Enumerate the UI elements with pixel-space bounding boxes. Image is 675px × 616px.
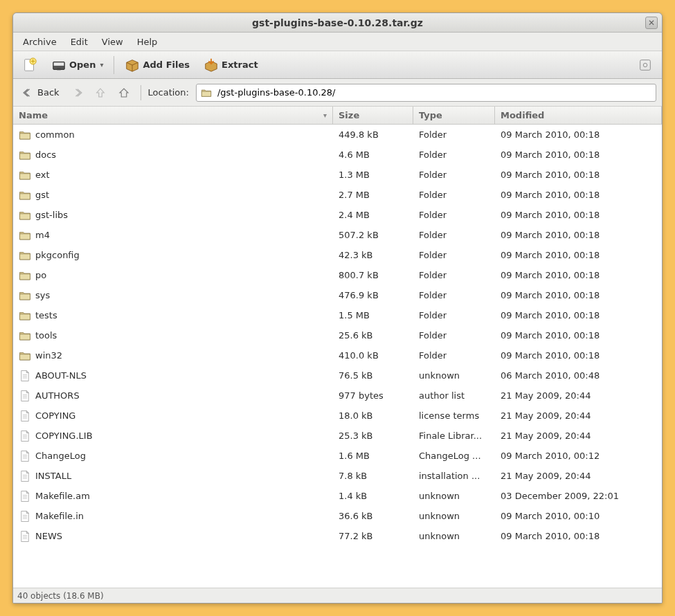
table-row[interactable]: ChangeLog1.6 MBChangeLog ...09 March 201… [13,446,662,466]
cell-type: unknown [413,531,495,541]
table-row[interactable]: win32410.0 kBFolder09 March 2010, 00:18 [13,345,662,365]
file-list[interactable]: common449.8 kBFolder09 March 2010, 00:18… [13,125,662,588]
cell-size: 25.3 kB [333,431,413,441]
file-name: COPYING.LIB [35,431,93,441]
folder-icon [19,149,31,161]
header-modified[interactable]: Modified [495,107,662,124]
header-size[interactable]: Size [333,107,413,124]
table-row[interactable]: NEWS77.2 kBunknown09 March 2010, 00:18 [13,526,662,546]
cell-name: ABOUT-NLS [13,370,333,382]
folder-icon [19,229,31,242]
location-input[interactable] [216,87,651,98]
cell-size: 36.6 kB [333,511,413,521]
home-button[interactable] [114,84,134,101]
table-row[interactable]: gst2.7 MBFolder09 March 2010, 00:18 [13,185,662,205]
menu-help[interactable]: Help [132,35,163,49]
table-row[interactable]: sys476.9 kBFolder09 March 2010, 00:18 [13,285,662,305]
file-icon [19,430,31,442]
file-name: Makefile.am [35,491,90,501]
add-files-button[interactable]: Add Files [120,55,195,75]
extract-button[interactable]: Extract [199,55,263,75]
open-icon [51,57,66,73]
location-field-wrap[interactable] [196,84,656,102]
folder-icon [19,289,31,302]
table-row[interactable]: AUTHORS977 bytesauthor list21 May 2009, … [13,386,662,406]
table-row[interactable]: gst-libs2.4 MBFolder09 March 2010, 00:18 [13,205,662,225]
header-name[interactable]: Name ▾ [13,107,333,124]
cell-type: author list [413,390,495,401]
cell-modified: 09 March 2010, 00:18 [495,270,662,280]
table-row[interactable]: po800.7 kBFolder09 March 2010, 00:18 [13,265,662,285]
navbar: Back Location: [13,79,662,107]
cell-type: unknown [413,491,495,501]
forward-button[interactable] [67,84,87,101]
cell-modified: 21 May 2009, 20:44 [495,410,662,421]
cell-name: docs [13,149,333,161]
cell-type: Folder [413,270,495,280]
cell-size: 1.4 kB [333,491,413,501]
cell-size: 77.2 kB [333,531,413,541]
table-row[interactable]: m4507.2 kBFolder09 March 2010, 00:18 [13,225,662,245]
file-name: tools [35,330,57,341]
table-row[interactable]: ext1.3 MBFolder09 March 2010, 00:18 [13,165,662,185]
properties-button[interactable] [633,55,658,75]
sort-indicator-icon: ▾ [323,111,327,119]
cell-name: NEWS [13,530,333,543]
table-row[interactable]: ABOUT-NLS76.5 kBunknown06 March 2010, 00… [13,365,662,386]
cell-size: 410.0 kB [333,350,413,361]
menu-archive[interactable]: Archive [17,35,62,49]
cell-modified: 09 March 2010, 00:18 [495,170,662,180]
header-type[interactable]: Type [413,107,495,124]
table-row[interactable]: Makefile.am1.4 kBunknown03 December 2009… [13,486,662,506]
menu-edit[interactable]: Edit [65,35,93,49]
cell-modified: 09 March 2010, 00:18 [495,310,662,320]
cell-name: tests [13,309,333,322]
cell-modified: 09 March 2010, 00:18 [495,129,662,140]
cell-modified: 03 December 2009, 22:01 [495,491,662,501]
table-row[interactable]: COPYING.LIB25.3 kBFinale Librar...21 May… [13,426,662,446]
add-files-icon [125,57,140,73]
file-icon [19,370,31,382]
column-headers: Name ▾ Size Type Modified [13,107,662,125]
file-name: Makefile.in [35,511,84,521]
open-label: Open [69,60,96,70]
table-row[interactable]: COPYING18.0 kBlicense terms21 May 2009, … [13,406,662,426]
table-row[interactable]: tools25.6 kBFolder09 March 2010, 00:18 [13,325,662,345]
header-modified-label: Modified [501,110,544,120]
forward-icon [71,87,83,99]
folder-icon [19,350,31,362]
close-button[interactable]: ✕ [645,17,658,29]
cell-type: license terms [413,410,495,421]
cell-name: pkgconfig [13,249,333,262]
table-row[interactable]: Makefile.in36.6 kBunknown09 March 2010, … [13,506,662,526]
menubar: Archive Edit View Help [13,33,662,51]
file-icon [19,470,31,482]
cell-modified: 09 March 2010, 00:10 [495,511,662,521]
cell-size: 1.6 MB [333,451,413,461]
close-icon: ✕ [648,19,655,27]
table-row[interactable]: tests1.5 MBFolder09 March 2010, 00:18 [13,305,662,325]
cell-size: 977 bytes [333,390,413,401]
file-name: pkgconfig [35,250,80,260]
titlebar[interactable]: gst-plugins-base-0.10.28.tar.gz ✕ [13,13,662,33]
cell-modified: 09 March 2010, 00:18 [495,210,662,220]
cell-type: unknown [413,370,495,381]
table-row[interactable]: common449.8 kBFolder09 March 2010, 00:18 [13,125,662,145]
folder-icon [19,329,31,342]
chevron-down-icon: ▾ [100,61,103,69]
open-button[interactable]: Open ▾ [46,55,108,75]
table-row[interactable]: INSTALL7.8 kBinstallation ...21 May 2009… [13,466,662,486]
cell-type: Folder [413,150,495,160]
file-name: NEWS [35,531,62,541]
statusbar: 40 objects (18.6 MB) [13,588,662,603]
up-button[interactable] [91,84,110,101]
file-icon [19,530,31,543]
back-button[interactable]: Back [19,84,63,101]
table-row[interactable]: docs4.6 MBFolder09 March 2010, 00:18 [13,145,662,165]
file-name: common [35,129,75,140]
menu-view[interactable]: View [96,35,129,49]
table-row[interactable]: pkgconfig42.3 kBFolder09 March 2010, 00:… [13,245,662,265]
cell-size: 2.7 MB [333,190,413,200]
new-archive-button[interactable] [17,55,42,75]
cell-modified: 09 March 2010, 00:18 [495,290,662,300]
